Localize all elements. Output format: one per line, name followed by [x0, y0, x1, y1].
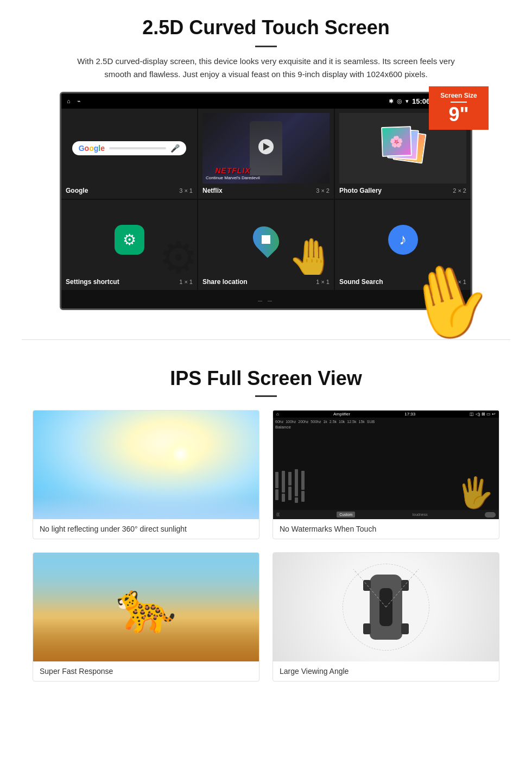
netflix-subtitle: Continue Marvel's Daredevil	[206, 175, 260, 180]
amp-time: 17:33	[404, 412, 415, 417]
watermarks-caption: No Watermarks When Touch	[273, 519, 499, 539]
amp-title: Amplifier	[333, 412, 350, 417]
section2-divider	[255, 395, 277, 397]
eq-bar	[295, 497, 298, 503]
search-input-bar	[109, 147, 166, 149]
badge-size: 9"	[436, 105, 481, 124]
eq-bars-container: 🖐	[275, 431, 497, 508]
amp-status-bar: ⌂ Amplifier 17:33 ◫ ◁) ⊠ ▭ ↩	[273, 411, 499, 418]
eq-bar-group-2	[282, 471, 285, 502]
android-device: ⌂ ⌁ ✱ ◎ ▾ 15:06 ◫ ◁) ⊠ ▭	[60, 92, 472, 310]
eq-bar-group-3	[288, 472, 292, 500]
eq-bar	[275, 472, 278, 488]
google-search-container: Google 🎤	[66, 113, 193, 184]
eq-bar	[301, 471, 305, 490]
eq-bar	[288, 487, 292, 500]
app-cell-share-location[interactable]: 🤚 Share location 1 × 1	[198, 200, 334, 290]
sunlight-caption: No light reflecting under 360° direct su…	[33, 519, 259, 539]
eq-bar-group-4	[295, 469, 298, 503]
eq-bar	[282, 494, 285, 502]
gallery-app-size: 2 × 2	[453, 187, 466, 194]
share-content-wrap: 🤚	[202, 204, 330, 275]
netflix-cell: NETFLIX Continue Marvel's Daredevil	[202, 113, 330, 184]
car-image	[273, 553, 499, 661]
netflix-app-name: Netflix	[202, 187, 223, 194]
netflix-app-size: 3 × 2	[316, 187, 330, 194]
device-wrapper: Screen Size 9" ⌂ ⌁ ✱ ◎ ▾ 15:06 ◫ ◁) ⊠	[60, 92, 472, 310]
netflix-play-button[interactable]	[258, 139, 274, 154]
custom-button[interactable]: Custom	[337, 512, 355, 518]
share-visual: 🤚	[202, 204, 330, 275]
amp-home-icon: ⌂	[276, 412, 279, 417]
google-label-row: Google 3 × 1	[66, 184, 193, 194]
amp-icons: ◫ ◁) ⊠ ▭ ↩	[470, 412, 496, 417]
section-divider	[22, 339, 510, 340]
feature-sunlight: No light reflecting under 360° direct su…	[33, 410, 259, 539]
app-cell-google[interactable]: Google 🎤 Google 3 × 1	[61, 109, 197, 199]
sound-icon: ♪	[388, 225, 418, 255]
google-search-bar[interactable]: Google 🎤	[72, 141, 187, 155]
netflix-overlay: NETFLIX Continue Marvel's Daredevil	[206, 166, 260, 180]
horizon-glow	[33, 497, 259, 519]
screen-size-badge: Screen Size 9"	[429, 86, 489, 130]
wifi-icon: ▾	[406, 98, 409, 105]
section1-description: With 2.5D curved-display screen, this de…	[76, 55, 456, 81]
app-cell-settings[interactable]: ⚙ ⚙ Settings shortcut 1 × 1	[61, 200, 197, 290]
eq-bar-group-1	[275, 472, 278, 500]
loudness-label: loudness	[413, 513, 428, 516]
home-icon: ⌂	[67, 98, 71, 104]
settings-icon: ⚙	[115, 225, 144, 255]
sunlight-image	[33, 411, 259, 519]
cheetah-image: 🐆	[33, 553, 259, 661]
gallery-label-row: Photo Gallery 2 × 2	[339, 184, 466, 194]
feature-fast-response: 🐆 Super Fast Response	[33, 552, 259, 682]
photo-card-3: 🌸	[381, 126, 412, 157]
google-app-name: Google	[66, 187, 88, 194]
netflix-content: NETFLIX Continue Marvel's Daredevil	[202, 113, 330, 184]
page-dots: — —	[61, 290, 471, 308]
amp-footer: ⟨⟨ Custom loudness	[273, 510, 499, 519]
settings-content-wrap: ⚙ ⚙	[66, 204, 193, 275]
netflix-logo: NETFLIX	[215, 166, 250, 175]
status-time: 15:06	[412, 97, 430, 105]
maps-pin-shape	[248, 221, 284, 258]
netflix-label-row: Netflix 3 × 2	[202, 184, 330, 194]
amp-prev-icon: ⟨⟨	[276, 512, 280, 517]
eq-bars	[275, 464, 305, 508]
eq-bar	[282, 471, 285, 493]
section-ips: IPS Full Screen View No light reflecting…	[0, 356, 532, 698]
flower-icon: 🌸	[390, 135, 404, 148]
section-curved-touch: 2.5D Curved Touch Screen With 2.5D curve…	[0, 0, 532, 323]
location-icon: ◎	[397, 98, 402, 105]
app-cell-sound[interactable]: ♪ Sound Search 1 × 1	[335, 200, 471, 290]
music-note-icon: ♪	[399, 231, 407, 248]
feature-watermarks: ⌂ Amplifier 17:33 ◫ ◁) ⊠ ▭ ↩ 60hz 100hz …	[273, 410, 499, 539]
bluetooth-icon: ✱	[389, 98, 394, 105]
section2-title: IPS Full Screen View	[33, 367, 499, 390]
share-app-name: Share location	[202, 278, 248, 286]
sound-app-size: 1 × 1	[453, 279, 466, 285]
mic-icon: 🎤	[170, 144, 180, 153]
loudness-toggle[interactable]	[485, 512, 496, 518]
sun-flare	[159, 432, 202, 476]
badge-divider	[451, 102, 467, 103]
hand-pointing-icon: 🤚	[288, 236, 330, 275]
gear-icon: ⚙	[123, 231, 136, 249]
sound-content-wrap: ♪	[339, 204, 466, 275]
google-app-size: 3 × 1	[179, 187, 193, 194]
angle-svg	[337, 558, 435, 656]
feature-grid: No light reflecting under 360° direct su…	[33, 410, 499, 682]
play-triangle-icon	[263, 143, 270, 150]
share-app-size: 1 × 1	[316, 279, 330, 285]
settings-visual: ⚙ ⚙	[66, 204, 193, 275]
viewing-angle-caption: Large Viewing Angle	[273, 661, 499, 681]
feature-viewing-angle: Large Viewing Angle	[273, 552, 499, 682]
eq-bar	[301, 491, 305, 502]
google-logo: Google	[79, 144, 105, 153]
app-cell-netflix[interactable]: NETFLIX Continue Marvel's Daredevil Netf…	[198, 109, 334, 199]
share-label-row: Share location 1 × 1	[202, 275, 330, 286]
settings-app-name: Settings shortcut	[66, 278, 119, 286]
section1-divider	[255, 46, 277, 47]
app-grid: Google 🎤 Google 3 × 1	[61, 109, 471, 290]
usb-icon: ⌁	[77, 98, 81, 105]
